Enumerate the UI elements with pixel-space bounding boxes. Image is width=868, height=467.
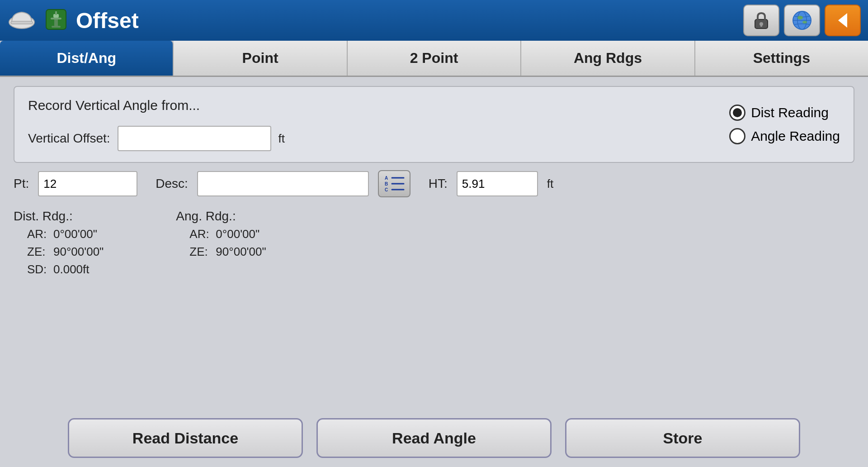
- store-button[interactable]: Store: [565, 418, 800, 458]
- svg-rect-5: [51, 18, 61, 19]
- dist-reading-label: Dist Reading: [751, 105, 829, 120]
- app-title: Offset: [76, 8, 738, 33]
- svg-rect-6: [54, 19, 58, 27]
- tab-bar: Dist/Ang Point 2 Point Ang Rdgs Settings: [0, 41, 868, 77]
- svg-text:C: C: [385, 187, 388, 192]
- dist-ar-value: 0°00'00": [53, 227, 97, 241]
- svg-text:A: A: [385, 176, 388, 181]
- fields-row: Pt: Desc: A B C HT: ft: [14, 170, 854, 197]
- bottom-buttons: Read Distance Read Angle Store: [14, 414, 854, 458]
- svg-point-15: [802, 21, 807, 24]
- globe-icon: [791, 10, 813, 31]
- tab-2point[interactable]: 2 Point: [348, 41, 521, 76]
- dist-ar-key: AR:: [27, 227, 50, 241]
- desc-input[interactable]: [197, 171, 369, 196]
- pt-label: Pt:: [14, 176, 29, 191]
- tab-point[interactable]: Point: [174, 41, 347, 76]
- tab-ang-rdgs[interactable]: Ang Rdgs: [521, 41, 695, 76]
- tab-dist-ang[interactable]: Dist/Ang: [0, 41, 174, 76]
- angle-reading-radio-circle[interactable]: [729, 128, 745, 144]
- svg-point-14: [797, 16, 803, 19]
- angle-reading-radio[interactable]: Angle Reading: [729, 128, 840, 144]
- surveyor-icon: [42, 5, 71, 36]
- main-content: Record Vertical Angle from... Vertical O…: [0, 77, 868, 467]
- dist-reading-radio[interactable]: Dist Reading: [729, 105, 840, 121]
- svg-rect-7: [52, 26, 61, 28]
- hard-hat-icon: [7, 5, 36, 36]
- radio-group: Dist Reading Angle Reading: [729, 105, 840, 144]
- top-panel: Record Vertical Angle from... Vertical O…: [14, 86, 854, 163]
- dist-reading-radio-circle[interactable]: [729, 105, 745, 121]
- tab-settings[interactable]: Settings: [695, 41, 868, 76]
- readings-row: Dist. Rdg.: AR: 0°00'00" ZE: 90°00'00" S…: [14, 205, 854, 281]
- vertical-offset-unit: ft: [278, 132, 285, 146]
- desc-list-button[interactable]: A B C: [378, 170, 410, 197]
- pt-input[interactable]: [38, 171, 137, 196]
- read-angle-button[interactable]: Read Angle: [316, 418, 552, 458]
- ang-ze-key: ZE:: [189, 245, 212, 259]
- dist-sd-key: SD:: [27, 262, 50, 276]
- read-distance-button[interactable]: Read Distance: [68, 418, 303, 458]
- ht-input[interactable]: [457, 171, 538, 196]
- svg-rect-10: [760, 24, 762, 27]
- svg-rect-1: [11, 21, 33, 24]
- ang-ze-value: 90°00'00": [216, 245, 266, 259]
- lock-icon: [750, 10, 772, 31]
- ang-ar-key: AR:: [189, 227, 212, 241]
- ang-rdg-title: Ang. Rdg.:: [176, 209, 236, 224]
- vertical-offset-label: Vertical Offset:: [28, 131, 110, 146]
- desc-list-icon: A B C: [383, 172, 406, 195]
- desc-label: Desc:: [156, 176, 188, 191]
- dist-ze-key: ZE:: [27, 245, 50, 259]
- lock-button[interactable]: [743, 5, 779, 36]
- vertical-offset-row: Vertical Offset: ft: [28, 126, 285, 151]
- vertical-offset-input[interactable]: [118, 126, 271, 151]
- dist-rdg-title: Dist. Rdg.:: [14, 209, 73, 224]
- dist-sd-value: 0.000ft: [53, 262, 90, 276]
- ht-unit: ft: [547, 177, 553, 191]
- record-vertical-label: Record Vertical Angle from...: [28, 98, 285, 113]
- header-buttons: [743, 5, 861, 36]
- svg-marker-16: [838, 13, 847, 28]
- back-button[interactable]: [825, 5, 861, 36]
- globe-button[interactable]: [784, 5, 820, 36]
- angle-reading-label: Angle Reading: [751, 129, 840, 144]
- svg-rect-4: [55, 11, 57, 15]
- svg-text:B: B: [385, 181, 388, 186]
- ang-ar-value: 0°00'00": [216, 227, 259, 241]
- back-arrow-icon: [831, 9, 854, 32]
- ht-label: HT:: [429, 176, 448, 191]
- header: Offset: [0, 0, 868, 41]
- dist-ze-value: 90°00'00": [53, 245, 104, 259]
